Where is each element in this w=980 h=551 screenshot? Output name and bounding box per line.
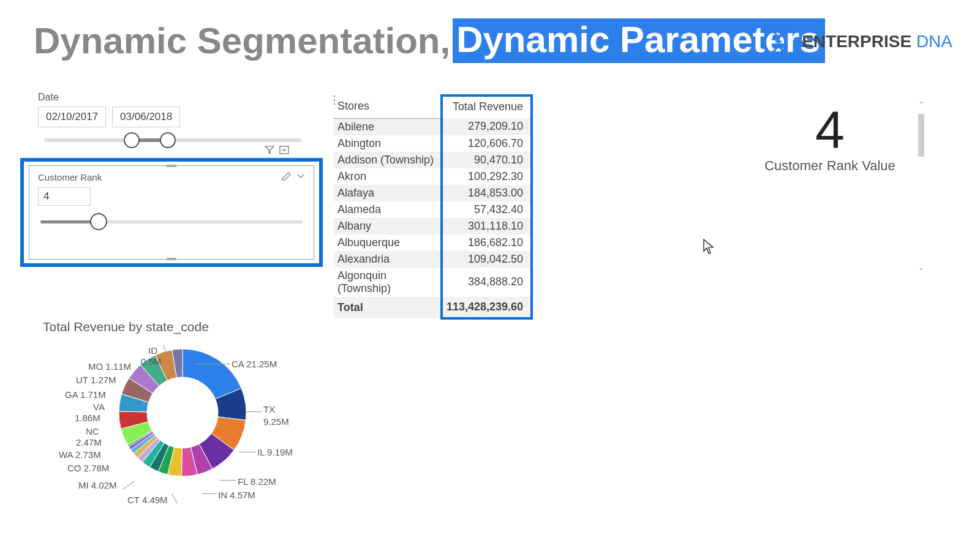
- focus-mode-icon[interactable]: [279, 146, 289, 154]
- store-cell: Algonquin (Township): [334, 268, 442, 297]
- dlabel-va1: VA: [93, 402, 105, 412]
- dlabel-fl: FL 8.22M: [238, 476, 276, 487]
- table-row[interactable]: Abington120,606.70: [334, 135, 532, 152]
- table-row[interactable]: Albany301,118.10: [334, 218, 532, 234]
- brand-prefix: ENTERPRISE: [802, 32, 916, 51]
- total-label: Total: [334, 297, 442, 318]
- customer-rank-slicer-selected[interactable]: Customer Rank 4: [20, 158, 323, 267]
- brand-suffix: DNA: [916, 32, 952, 51]
- store-cell: Alafaya: [334, 185, 442, 201]
- dlabel-ct: CT 4.49M: [127, 495, 168, 505]
- brand-logo: ENTERPRISE DNA: [763, 26, 952, 58]
- revenue-cell: 120,606.70: [442, 135, 532, 152]
- revenue-cell: 384,888.20: [442, 268, 532, 297]
- table-row[interactable]: Alafaya184,853.00: [334, 185, 532, 201]
- store-cell: Albuquerque: [334, 234, 442, 251]
- dlabel-ga: GA 1.71M: [65, 389, 106, 400]
- dlabel-ut: UT 1.27M: [76, 375, 116, 385]
- clear-icon[interactable]: [281, 171, 292, 181]
- dlabel-va2: 1.86M: [75, 413, 100, 423]
- col-total-revenue[interactable]: Total Revenue: [442, 96, 532, 118]
- title-plain: Dynamic Segmentation,: [34, 20, 450, 62]
- dlabel-il: IL 9.19M: [257, 447, 293, 457]
- store-cell: Alexandria: [334, 251, 442, 268]
- revenue-cell: 301,118.10: [442, 218, 532, 234]
- revenue-cell: 279,209.10: [442, 118, 532, 135]
- date-slicer-label: Date: [38, 92, 307, 103]
- table-options-icon[interactable]: ⋮: [329, 93, 340, 107]
- date-slicer[interactable]: Date 02/10/2017 03/06/2018: [38, 92, 307, 142]
- date-range-track[interactable]: [44, 138, 301, 142]
- donut-title: Total Revenue by state_code: [43, 320, 300, 334]
- store-cell: Albany: [334, 218, 442, 234]
- mouse-cursor-icon: [703, 239, 714, 255]
- dlabel-mi: MI 4.02M: [78, 480, 117, 490]
- store-cell: Akron: [334, 168, 442, 185]
- revenue-cell: 186,682.10: [442, 234, 532, 251]
- rank-handle[interactable]: [90, 213, 107, 230]
- revenue-cell: 57,432.40: [442, 201, 532, 218]
- filter-icon[interactable]: [265, 146, 274, 154]
- table-row[interactable]: Algonquin (Township)384,888.20: [334, 268, 532, 297]
- table-row[interactable]: Alexandria109,042.50: [334, 251, 532, 268]
- date-range-handle-right[interactable]: [160, 132, 176, 148]
- date-to-input[interactable]: 03/06/2018: [112, 107, 180, 127]
- dlabel-ca: CA 21.25M: [232, 359, 277, 369]
- table-row[interactable]: Albuquerque186,682.10: [334, 234, 532, 251]
- revenue-cell: 184,853.00: [442, 185, 532, 201]
- dlabel-co: CO 2.78M: [67, 463, 109, 473]
- date-range-handle-left[interactable]: [124, 132, 140, 148]
- dlabel-wa: WA 2.73M: [59, 449, 101, 460]
- dlabel-tx1: TX: [263, 404, 275, 414]
- store-cell: Addison (Township): [334, 152, 442, 168]
- donut-svg: [115, 345, 250, 480]
- revenue-cell: 90,470.10: [442, 152, 532, 168]
- card-value: 4: [741, 103, 919, 156]
- store-cell: Abington: [334, 135, 442, 152]
- scroll-up-icon[interactable]: ⌃: [918, 100, 924, 109]
- dna-icon: [763, 26, 794, 58]
- store-cell: Alameda: [334, 201, 442, 218]
- dlabel-id1: ID: [148, 345, 157, 356]
- scroll-down-icon[interactable]: ⌄: [918, 263, 924, 272]
- store-cell: Abilene: [334, 118, 442, 135]
- donut-chart[interactable]: Total Revenue by state_code CA 21.25M TX…: [43, 320, 300, 527]
- chevron-down-icon[interactable]: [295, 171, 306, 181]
- date-from-input[interactable]: 02/10/2017: [38, 107, 106, 127]
- brand-text: ENTERPRISE DNA: [802, 32, 952, 51]
- revenue-table[interactable]: ⋮ Stores Total Revenue Abilene279,209.10…: [334, 94, 533, 320]
- revenue-cell: 109,042.50: [442, 251, 532, 268]
- total-value: 113,428,239.60: [442, 297, 532, 318]
- dlabel-id2: 0.5M: [141, 356, 161, 367]
- table-row[interactable]: Alameda57,432.40: [334, 201, 532, 218]
- table-row[interactable]: Abilene279,209.10: [334, 118, 532, 135]
- revenue-cell: 100,292.30: [442, 168, 532, 185]
- dlabel-in: IN 4.57M: [218, 490, 255, 500]
- dlabel-nc1: NC: [86, 426, 99, 437]
- dlabel-mo: MO 1.11M: [88, 361, 131, 372]
- rank-track[interactable]: [40, 220, 303, 223]
- table-row[interactable]: Akron100,292.30: [334, 168, 532, 185]
- rank-slicer-label: Customer Rank: [29, 166, 314, 186]
- rank-value-input[interactable]: 4: [38, 187, 91, 206]
- customer-rank-card: 4 Customer Rank Value: [741, 103, 919, 174]
- dlabel-nc2: 2.47M: [76, 437, 102, 448]
- card-label: Customer Rank Value: [741, 158, 919, 174]
- col-stores[interactable]: Stores: [334, 96, 442, 118]
- scroll-thumb[interactable]: [918, 114, 924, 157]
- card-scrollbar[interactable]: ⌃ ⌄: [916, 100, 926, 272]
- table-row[interactable]: Addison (Township)90,470.10: [334, 152, 532, 168]
- dlabel-tx2: 9.25M: [263, 416, 289, 427]
